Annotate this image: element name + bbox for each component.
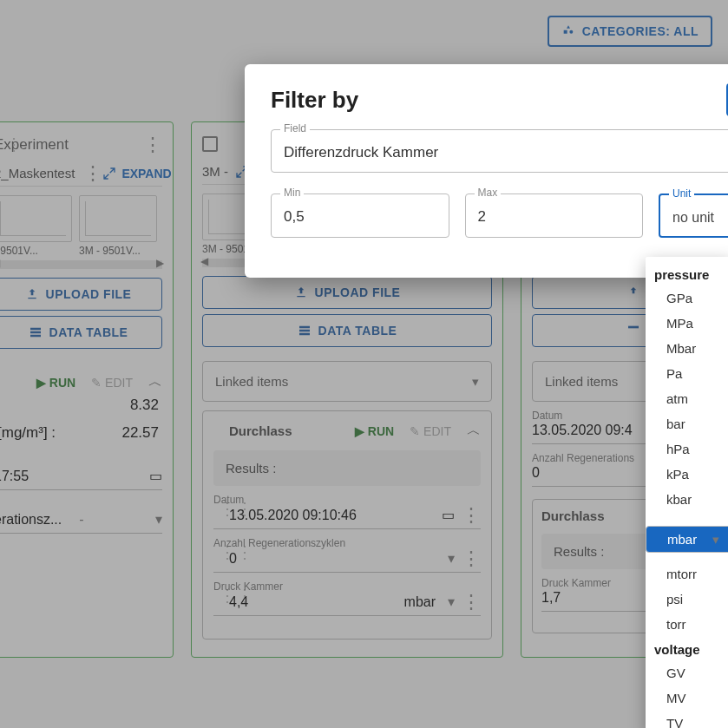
drag-handle-icon[interactable]: ⋮⋮ bbox=[219, 498, 253, 519]
unit-option[interactable]: Mbar bbox=[646, 336, 728, 361]
max-input-wrap: Max bbox=[465, 193, 644, 238]
checkbox[interactable] bbox=[202, 136, 218, 152]
durchlass-panel: ⋮⋮ Durchlass RUN EDIT ︿ Results : ⋮⋮ Dat… bbox=[202, 410, 492, 639]
drag-handle-icon[interactable]: ⋮⋮ bbox=[219, 541, 253, 562]
unit-option[interactable]: psi bbox=[646, 587, 728, 612]
unit-option[interactable]: kPa bbox=[646, 462, 728, 487]
max-input[interactable] bbox=[478, 208, 631, 226]
calendar-icon[interactable]: ▭ bbox=[149, 468, 162, 484]
thumb-scroll[interactable] bbox=[0, 260, 162, 269]
time-value: 17:55 bbox=[0, 469, 29, 484]
linked-items-select[interactable]: Linked items bbox=[202, 361, 492, 402]
collapse-icon[interactable]: ︿ bbox=[148, 373, 162, 391]
collapse-icon[interactable]: ︿ bbox=[467, 422, 481, 440]
regen-trunc: erationsz... bbox=[0, 512, 62, 528]
upload-button[interactable]: UPLOAD FILE bbox=[0, 278, 162, 311]
categories-label: CATEGORIES: ALL bbox=[582, 24, 698, 38]
unit-option[interactable]: kbar bbox=[646, 487, 728, 512]
durchlass-panel: RUN EDIT ︿ 8.32 [mg/m³] :22.57 17:55 ▭ e… bbox=[0, 373, 162, 534]
field-input[interactable] bbox=[284, 144, 728, 161]
unit-option[interactable]: MPa bbox=[646, 311, 728, 336]
unit-select[interactable]: Unit no unit bbox=[659, 193, 728, 238]
results-box: Results : bbox=[213, 450, 481, 486]
thumb[interactable]: 3M - 9501V... bbox=[79, 195, 157, 257]
run-button[interactable]: RUN bbox=[355, 424, 394, 438]
unit-option[interactable]: atm bbox=[646, 386, 728, 411]
unit-option[interactable]: MV bbox=[646, 685, 728, 711]
more-icon[interactable]: ⋮ bbox=[143, 139, 162, 151]
unit-option[interactable]: TV bbox=[646, 711, 728, 728]
edit-button[interactable]: EDIT bbox=[410, 424, 451, 438]
unit-dropdown: pressure GPaMPaMbarPaatmbarhPakPakbarmba… bbox=[646, 257, 728, 728]
edit-button[interactable]: EDIT bbox=[91, 376, 133, 390]
data-table-button[interactable]: DATA TABLE bbox=[202, 314, 492, 347]
drag-handle-icon[interactable]: ⋮⋮ bbox=[0, 134, 23, 154]
filter-modal: Filter by Field Min Max Unit no unit bbox=[245, 64, 728, 278]
modal-title: Filter by bbox=[271, 87, 728, 114]
card-title: 3M - bbox=[202, 164, 228, 179]
chevron-down-icon[interactable]: ▾ bbox=[448, 594, 455, 610]
unit-option[interactable]: mbar bbox=[646, 526, 728, 553]
unit-option[interactable]: Pa bbox=[646, 361, 728, 386]
unit-option[interactable]: GPa bbox=[646, 285, 728, 311]
more-icon[interactable]: ⋮ bbox=[462, 553, 481, 565]
calendar-icon[interactable]: ▭ bbox=[442, 507, 455, 523]
unit-option[interactable]: hPa bbox=[646, 436, 728, 462]
data-table-button[interactable]: DATA TABLE bbox=[0, 316, 162, 349]
upload-button[interactable]: UPLOAD FILE bbox=[202, 276, 492, 309]
dropdown-group: voltage bbox=[646, 637, 728, 660]
field-input-wrap: Field bbox=[271, 129, 728, 173]
drag-handle-icon[interactable]: ⋮⋮ bbox=[219, 585, 253, 606]
min-input-wrap: Min bbox=[271, 193, 449, 238]
dropdown-group: pressure bbox=[646, 262, 728, 285]
druck-value[interactable]: 4,4 bbox=[229, 594, 248, 610]
more-icon[interactable]: ⋮ bbox=[462, 596, 481, 608]
unit-option[interactable]: bar bbox=[646, 411, 728, 436]
run-button[interactable]: RUN bbox=[36, 376, 75, 390]
more-icon[interactable]: ⋮ bbox=[83, 167, 102, 180]
thumb[interactable]: - 9501V... bbox=[0, 195, 72, 257]
card-title: 2_Maskentest bbox=[0, 166, 75, 180]
chevron-down-icon[interactable]: ▾ bbox=[155, 511, 162, 528]
datum-value: 13.05.2020 09:10:46 bbox=[229, 508, 357, 523]
more-icon[interactable]: ⋮ bbox=[462, 509, 481, 521]
expand-button[interactable]: EXPAND bbox=[102, 167, 171, 180]
unit-option[interactable]: torr bbox=[646, 612, 728, 637]
unit-option[interactable]: GV bbox=[646, 660, 728, 685]
categories-chip[interactable]: CATEGORIES: ALL bbox=[548, 16, 712, 47]
chevron-down-icon[interactable]: ▾ bbox=[448, 550, 455, 567]
unit-option[interactable]: mtorr bbox=[646, 561, 728, 587]
experiment-card: Experiment ⋮ 2_Maskentest ⋮ EXPAND - 950… bbox=[0, 121, 174, 658]
regen-value: 0 bbox=[229, 551, 237, 567]
card-type: Experiment bbox=[0, 136, 136, 154]
min-input[interactable] bbox=[284, 208, 436, 226]
